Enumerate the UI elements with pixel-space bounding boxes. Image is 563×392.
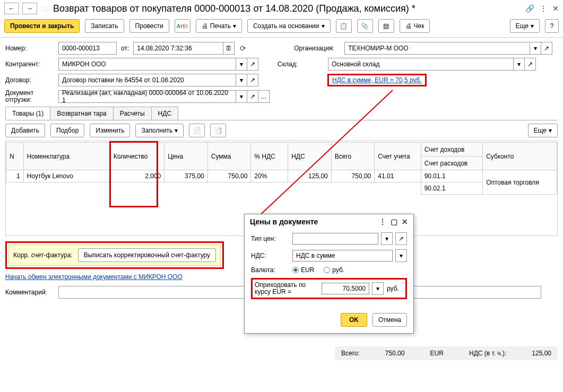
nav-back-button[interactable]: ← — [4, 3, 19, 14]
popup-title: Цены в документе — [250, 217, 318, 226]
col-income: Счет доходов — [421, 143, 482, 156]
corr-invoice-label: Корр. счет-фактура: — [13, 251, 73, 259]
col-nomen: Номенклатура — [23, 143, 110, 170]
number-label: Номер: — [5, 45, 58, 52]
col-price: Цена — [164, 143, 208, 170]
dropdown-icon[interactable]: ▾ — [530, 42, 541, 55]
tab-calc[interactable]: Расчеты — [113, 107, 152, 120]
calendar-icon[interactable]: 🗓 — [223, 42, 235, 55]
contract-label: Договор: — [5, 76, 58, 84]
print-button[interactable]: 🖨 Печать ▾ — [196, 19, 242, 33]
from-label: от: — [121, 45, 129, 52]
edo-link[interactable]: Начать обмен электронными документами с … — [5, 273, 183, 281]
open-icon[interactable]: ↗ — [524, 58, 536, 71]
more-dots-icon[interactable]: … — [258, 90, 270, 103]
dropdown-icon[interactable]: ▾ — [236, 74, 247, 86]
org-label: Организация: — [294, 45, 344, 52]
dropdown-icon[interactable]: ▾ — [381, 232, 393, 245]
pick-button[interactable]: Подбор — [50, 124, 84, 137]
popup-cancel-button[interactable]: Отмена — [373, 313, 407, 327]
popup-currency-label: Валюта: — [251, 266, 289, 274]
refresh-icon[interactable]: ⟳ — [240, 44, 246, 53]
warehouse-label: Склад: — [278, 60, 328, 68]
page-title: Возврат товаров от покупателя 0000-00001… — [53, 3, 522, 14]
favorite-star-icon[interactable]: ☆ — [40, 2, 50, 15]
help-button[interactable]: ? — [545, 19, 559, 33]
col-sum: Сумма — [207, 143, 251, 170]
dt-kt-icon[interactable]: АтКт — [175, 19, 190, 33]
copy-icon[interactable]: 📄 — [189, 124, 205, 137]
shipdoc-input[interactable]: Реализация (акт, накладная) 0000-000064 … — [58, 90, 236, 103]
open-icon[interactable]: ↗ — [395, 232, 407, 245]
open-icon[interactable]: ↗ — [247, 58, 258, 71]
paste-icon[interactable]: 📑 — [210, 124, 226, 137]
popup-max-icon[interactable]: ▢ — [391, 217, 397, 226]
add-button[interactable]: Добавить — [5, 124, 45, 137]
col-total: Всего — [331, 143, 375, 170]
popup-ok-button[interactable]: OK — [341, 313, 367, 327]
popup-type-input[interactable] — [292, 233, 378, 245]
open-icon[interactable]: ↗ — [541, 42, 552, 55]
tab-tara[interactable]: Возвратная тара — [50, 107, 114, 120]
tab-goods[interactable]: Товары (1) — [5, 107, 50, 120]
prices-dialog: Цены в документе ⋮ ▢ ✕ Тип цен: ▾ ↗ НДС:… — [244, 214, 414, 334]
shipdoc-label: Документ отгрузки: — [5, 90, 58, 103]
col-n: N — [6, 143, 24, 170]
close-icon[interactable]: ✕ — [552, 4, 559, 13]
post-button[interactable]: Провести — [129, 19, 169, 33]
table-more-button[interactable]: Еще ▾ — [528, 124, 558, 137]
dropdown-icon[interactable]: ▾ — [372, 282, 384, 295]
open-icon[interactable]: ↗ — [247, 90, 258, 103]
popup-vat-input[interactable]: НДС в сумме — [292, 250, 393, 262]
number-input[interactable]: 0000-000013 — [58, 42, 117, 55]
corr-invoice-button[interactable]: Выписать корректировочный счет-фактуру — [78, 248, 216, 262]
col-acct: Счет учета — [375, 143, 421, 170]
tab-vat[interactable]: НДС — [151, 107, 178, 120]
counterparty-label: Контрагент: — [5, 60, 58, 68]
kebab-menu-icon[interactable]: ⋮ — [540, 4, 547, 13]
post-and-close-button[interactable]: Провести и закрыть — [4, 19, 80, 33]
col-subcon: Субконто — [483, 143, 557, 170]
col-vat: НДС — [288, 143, 332, 170]
table-row-expense[interactable]: 90.02.1 — [6, 182, 557, 195]
open-icon[interactable]: ↗ — [247, 74, 258, 86]
popup-close-icon[interactable]: ✕ — [402, 217, 408, 226]
col-vat-rate: % НДС — [251, 143, 288, 170]
change-button[interactable]: Изменить — [90, 124, 130, 137]
table-row[interactable]: 1 Ноутбук Lenovo 2,000 375,00 750,00 20%… — [6, 170, 557, 182]
dropdown-icon[interactable]: ▾ — [395, 249, 407, 262]
popup-rate-unit: руб. — [387, 285, 399, 292]
col-expense: Счет расходов — [421, 156, 482, 170]
create-based-on-button[interactable]: Создать на основании ▾ — [247, 19, 331, 33]
dropdown-icon[interactable]: ▾ — [236, 58, 247, 71]
org-input[interactable]: ТЕХНОМИР-М ООО — [344, 42, 530, 55]
nav-forward-button[interactable]: → — [22, 3, 37, 14]
radio-rub[interactable]: руб. — [324, 266, 344, 274]
vat-currency-link[interactable]: НДС в сумме, EUR = 70,5 руб. — [332, 76, 422, 84]
link-icon[interactable]: 🔗 — [525, 4, 534, 13]
contract-input[interactable]: Договор поставки № 64554 от 01.08.2020 — [58, 74, 236, 86]
dropdown-icon[interactable]: ▾ — [513, 58, 525, 71]
fill-button[interactable]: Заполнить ▾ — [135, 124, 184, 137]
popup-type-label: Тип цен: — [251, 235, 289, 242]
check-button[interactable]: 🖨 Чек — [400, 19, 430, 33]
copy-icon[interactable]: 📋 — [336, 19, 352, 33]
popup-menu-icon[interactable]: ⋮ — [379, 217, 386, 226]
warehouse-input[interactable]: Основной склад — [328, 58, 514, 71]
summary-bar: Всего: 750,00 EUR НДС (в т. ч.): 125,00 — [335, 346, 558, 360]
col-qty: Количество — [110, 143, 164, 170]
dropdown-icon[interactable]: ▾ — [236, 90, 247, 103]
more-button[interactable]: Еще ▾ — [510, 19, 540, 33]
comment-label: Комментарий: — [5, 289, 58, 296]
popup-rate-input[interactable]: 70,5000 — [322, 283, 369, 294]
radio-eur[interactable]: EUR — [292, 266, 314, 274]
report-icon[interactable]: ▤ — [378, 19, 394, 33]
popup-vat-label: НДС: — [251, 252, 289, 259]
popup-rate-label: Оприходовать по курсу EUR = — [255, 282, 318, 295]
attach-icon[interactable]: 📎 — [357, 19, 373, 33]
counterparty-input[interactable]: МИКРОН ООО — [58, 58, 236, 71]
date-input[interactable]: 14.08.2020 7:32:36 — [133, 42, 223, 55]
goods-table: N Номенклатура Количество Цена Сумма % Н… — [6, 142, 557, 195]
write-button[interactable]: Записать — [85, 19, 124, 33]
